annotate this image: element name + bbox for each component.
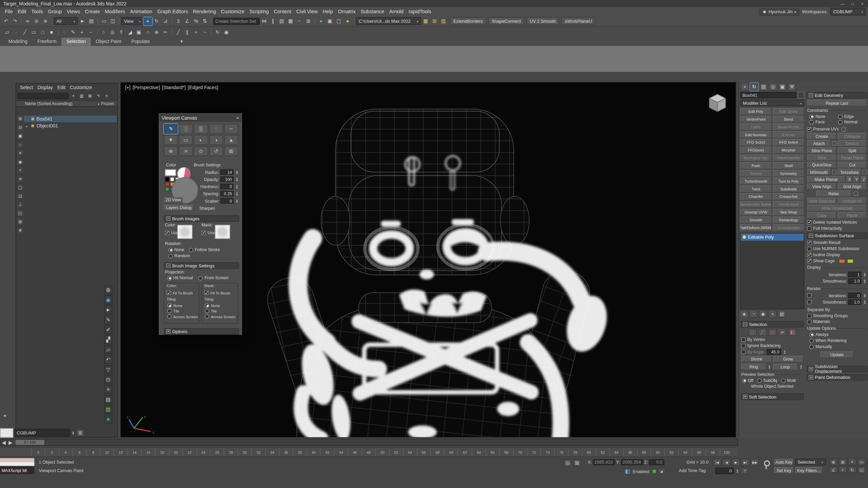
by-vertex-checkbox[interactable] bbox=[741, 337, 746, 342]
radio-button[interactable] bbox=[198, 276, 203, 280]
blur-tool[interactable]: ◌ bbox=[209, 124, 223, 134]
modifier-button[interactable]: Fillet/Chamfer bbox=[773, 155, 804, 162]
locator-icon[interactable]: ◍ bbox=[104, 285, 112, 294]
menu-item[interactable]: Civil View bbox=[294, 9, 320, 14]
edge-subobject-icon[interactable]: ╱ bbox=[758, 329, 766, 336]
cage-color-swatch-1[interactable] bbox=[839, 259, 845, 263]
rotation-radio[interactable]: None bbox=[168, 247, 184, 252]
spinner-arrows[interactable]: ▲▼ bbox=[235, 169, 239, 175]
palette-swatch-black[interactable] bbox=[165, 177, 170, 181]
tiling-radio[interactable]: None bbox=[205, 303, 235, 308]
brush-images-rollout-header[interactable]: − Brush Images bbox=[164, 215, 239, 222]
edit-geometry-button[interactable]: Collapse bbox=[837, 133, 867, 140]
explorer-row[interactable]: ▣ Box041 bbox=[24, 116, 117, 122]
pen-icon[interactable]: ✐ bbox=[104, 325, 112, 334]
redo-icon[interactable]: ↷ bbox=[11, 17, 19, 25]
swiftloop-icon[interactable]: ∥ bbox=[183, 28, 192, 36]
lock-explorer-icon[interactable]: ⊠ bbox=[86, 93, 94, 99]
setting-value-field[interactable]: 0.25 bbox=[220, 191, 234, 196]
constraint-radio[interactable]: Normal bbox=[838, 120, 865, 125]
preserve-uvs-checkbox[interactable] bbox=[807, 127, 811, 131]
go-to-end-icon[interactable]: ▶▶ bbox=[751, 459, 759, 466]
ribbon-minimize-icon[interactable]: ▾ bbox=[178, 38, 185, 45]
viewport-label-segment[interactable]: [Edged Faces] bbox=[188, 85, 218, 90]
pin-stack-icon[interactable]: ◈ bbox=[740, 310, 748, 318]
full-interactivity-row[interactable]: Full Interactivity bbox=[807, 226, 867, 231]
menu-item[interactable]: Scripting bbox=[247, 9, 271, 14]
modifier-button[interactable]: Normalize Spl. bbox=[740, 155, 772, 162]
update-option-radio[interactable]: Manually bbox=[809, 344, 865, 349]
modifier-button[interactable]: Morpher bbox=[773, 147, 804, 154]
modifier-button[interactable]: Extrude bbox=[773, 131, 804, 138]
schematic-view-icon[interactable]: ⊞ bbox=[304, 17, 313, 25]
align-icon[interactable]: ∥ bbox=[269, 17, 277, 25]
setting-value-field[interactable]: 14 bbox=[220, 169, 234, 175]
modifier-button[interactable]: CreaseSet bbox=[773, 193, 804, 200]
by-vertex-row[interactable]: By Vertex bbox=[741, 337, 803, 342]
fit-to-brush-row[interactable]: Fit To Brush bbox=[166, 290, 193, 295]
select-scale-icon[interactable]: ⊿ bbox=[161, 17, 170, 25]
menu-item[interactable]: Rendering bbox=[191, 9, 218, 14]
gradient-icon[interactable]: ▨ bbox=[104, 405, 112, 414]
preview-selection-radio[interactable]: Off bbox=[742, 378, 753, 383]
loop-button[interactable]: Loop bbox=[773, 364, 797, 370]
reference-coordinate-dropdown[interactable]: View▾ bbox=[121, 17, 143, 25]
explorer-display-cameras-icon[interactable]: ◉ bbox=[17, 159, 23, 165]
ring-button[interactable]: Ring bbox=[741, 364, 766, 370]
frozen-column-header[interactable]: Frozen bbox=[100, 101, 117, 106]
zoom-all-icon[interactable]: ⊞ bbox=[839, 459, 847, 465]
render-iterations-field[interactable]: 0 bbox=[848, 293, 861, 298]
hide-selected-button[interactable]: Hide Selected bbox=[807, 198, 836, 204]
trash-icon[interactable]: ▽ bbox=[104, 365, 112, 374]
border-mode-icon[interactable]: ▭ bbox=[29, 28, 38, 36]
render-production-icon[interactable]: ● bbox=[343, 17, 352, 25]
use-nurms-row[interactable]: Use NURMS Subdivision bbox=[807, 246, 867, 251]
tiling-radio[interactable]: Across Screen bbox=[205, 314, 235, 319]
view-filter-icon[interactable]: ▥ bbox=[78, 93, 85, 99]
go-to-start-icon[interactable]: |◀ bbox=[713, 459, 721, 466]
burn-tool[interactable]: ◑ bbox=[209, 135, 223, 145]
expand-icon[interactable]: + bbox=[743, 394, 747, 399]
prev-frame-icon[interactable]: ◀ bbox=[723, 459, 731, 466]
spinner-arrows[interactable]: ▲▼ bbox=[235, 177, 239, 182]
explorer-menu-item[interactable]: Display bbox=[35, 85, 55, 90]
tiling-radio[interactable]: Tile bbox=[205, 309, 235, 313]
edit-geometry-button[interactable]: Split bbox=[837, 147, 867, 154]
menu-item[interactable]: Arnold bbox=[387, 9, 406, 14]
ribbon-tab[interactable]: Object Paint bbox=[91, 38, 126, 46]
smooth-result-row[interactable]: Smooth Result bbox=[807, 240, 867, 245]
collapse-icon[interactable]: − bbox=[743, 322, 747, 326]
subdivision-surface-rollout-header[interactable]: − Subdivision Surface bbox=[807, 232, 868, 239]
modifier-button[interactable]: Chamfer bbox=[740, 193, 772, 200]
collapse-icon[interactable]: − bbox=[166, 216, 171, 221]
time-slider-track[interactable]: ◀ ▶ bbox=[0, 439, 738, 446]
modifier-button[interactable]: Smooth bbox=[740, 216, 772, 223]
paint-deformation-rollout-header[interactable]: + Paint Deformation bbox=[807, 374, 868, 381]
by-angle-checkbox[interactable] bbox=[741, 350, 746, 354]
spinner-arrows[interactable]: ▲▼ bbox=[235, 191, 239, 196]
rotation-radio[interactable]: Random bbox=[168, 253, 190, 259]
tiling-radio[interactable]: Tile bbox=[167, 309, 198, 313]
modifier-button[interactable]: Push bbox=[740, 162, 772, 169]
zoom-icon[interactable]: ⊕ bbox=[829, 459, 837, 465]
modifier-button[interactable]: Skin Wrap bbox=[773, 209, 804, 216]
relax-brush-icon[interactable]: ≈ bbox=[192, 28, 200, 36]
edit-geometry-button[interactable]: Reset Plane bbox=[837, 155, 867, 161]
ribbon-toggle-icon[interactable]: ▦ bbox=[286, 17, 295, 25]
menu-item[interactable]: rapidTools bbox=[406, 9, 434, 14]
explorer-display-groups-icon[interactable]: ▢ bbox=[17, 184, 23, 190]
modifier-button[interactable]: Edit Normals bbox=[740, 131, 772, 138]
soft-selection-icon[interactable]: ◌ bbox=[60, 28, 68, 36]
modifier-button[interactable]: Sweep bbox=[740, 170, 772, 177]
use-mask-checkbox-row[interactable]: Use bbox=[201, 230, 215, 235]
explorer-menu-item[interactable]: Select bbox=[18, 85, 35, 90]
custom-script-button[interactable]: UV 2 Smooth bbox=[526, 17, 559, 25]
update-option-radio[interactable]: When Rendering bbox=[809, 338, 865, 343]
settings-box-button[interactable] bbox=[832, 170, 836, 174]
ring-spinner[interactable]: ▲▼ bbox=[767, 364, 772, 369]
radio-button[interactable] bbox=[167, 309, 172, 313]
panel-collapse-arrow-icon[interactable]: ◂ bbox=[3, 413, 6, 418]
expand-arrow-icon[interactable]: ▸ bbox=[25, 124, 28, 127]
update-button[interactable]: Update bbox=[821, 351, 854, 358]
unhide-all-button[interactable]: Unhide All bbox=[837, 198, 867, 204]
